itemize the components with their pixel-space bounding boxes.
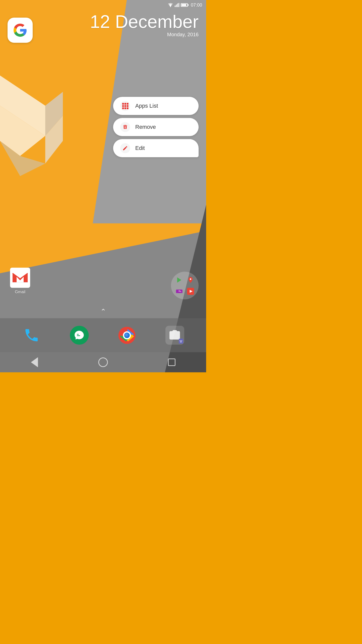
nav-bar bbox=[0, 352, 206, 372]
chevron-up-icon: ⌃ bbox=[100, 307, 106, 316]
svg-point-16 bbox=[180, 291, 180, 291]
date-day: 12 December bbox=[90, 13, 199, 31]
camera-dock-icon[interactable] bbox=[165, 325, 185, 345]
svg-rect-30 bbox=[181, 340, 182, 341]
apps-list-label: Apps List bbox=[135, 103, 158, 109]
google-g-icon bbox=[13, 23, 27, 37]
camera-icon-wrap bbox=[165, 326, 184, 345]
svg-rect-9 bbox=[176, 5, 177, 7]
hangouts-bubble-icon bbox=[74, 330, 85, 341]
date-area: 12 December Monday, 2016 bbox=[90, 13, 199, 37]
svg-point-27 bbox=[124, 333, 130, 338]
hangouts-icon bbox=[70, 326, 89, 345]
folder-app-play bbox=[174, 275, 184, 285]
edit-icon bbox=[122, 145, 128, 151]
svg-rect-10 bbox=[177, 4, 178, 7]
svg-point-7 bbox=[170, 6, 171, 7]
nav-home-button[interactable] bbox=[96, 355, 111, 370]
svg-rect-33 bbox=[180, 341, 181, 342]
svg-rect-20 bbox=[77, 334, 79, 335]
phone-dock-icon[interactable] bbox=[21, 325, 41, 345]
context-menu-edit[interactable]: Edit bbox=[113, 139, 199, 157]
remove-label: Remove bbox=[135, 124, 156, 130]
svg-rect-32 bbox=[180, 341, 180, 342]
nav-recents-button[interactable] bbox=[164, 355, 179, 370]
svg-rect-21 bbox=[77, 335, 80, 336]
phone-icon bbox=[23, 327, 40, 343]
grid-icon bbox=[122, 103, 128, 109]
home-icon bbox=[98, 357, 108, 367]
hangouts-dock-icon[interactable] bbox=[69, 325, 89, 345]
remove-icon-wrap bbox=[120, 122, 130, 132]
nav-back-button[interactable] bbox=[27, 355, 42, 370]
svg-rect-29 bbox=[180, 340, 181, 341]
status-time: 07:00 bbox=[191, 3, 202, 8]
back-icon bbox=[31, 357, 38, 367]
drawer-handle[interactable]: ⌃ bbox=[100, 307, 106, 316]
date-weekday: Monday, 2016 bbox=[90, 32, 199, 37]
signal-icon bbox=[175, 3, 179, 7]
app-folder[interactable] bbox=[171, 272, 199, 299]
svg-rect-8 bbox=[175, 6, 175, 7]
apps-list-icon-wrap bbox=[120, 101, 130, 111]
svg-marker-14 bbox=[177, 277, 181, 283]
svg-rect-28 bbox=[179, 340, 180, 341]
trash-icon bbox=[122, 124, 128, 130]
svg-rect-34 bbox=[181, 341, 182, 342]
edit-icon-wrap bbox=[120, 143, 130, 153]
battery-icon bbox=[181, 3, 188, 7]
gmail-label: Gmail bbox=[15, 290, 25, 294]
folder-app-gamepad bbox=[174, 286, 184, 296]
svg-rect-31 bbox=[182, 340, 182, 341]
google-search-button[interactable] bbox=[8, 18, 33, 43]
wifi-icon bbox=[168, 3, 173, 7]
chrome-dock-icon[interactable] bbox=[117, 325, 137, 345]
gmail-app-icon[interactable]: Gmail bbox=[10, 268, 30, 294]
folder-app-maps bbox=[185, 275, 196, 285]
recents-icon bbox=[168, 358, 175, 366]
context-menu-apps-list[interactable]: Apps List bbox=[113, 97, 199, 115]
gmail-icon-svg bbox=[10, 268, 30, 288]
status-icons: 07:00 bbox=[168, 3, 202, 8]
dock bbox=[0, 318, 206, 352]
context-menu-remove[interactable]: Remove bbox=[113, 118, 199, 136]
svg-rect-11 bbox=[178, 3, 179, 7]
edit-label: Edit bbox=[135, 145, 145, 151]
svg-rect-35 bbox=[180, 342, 182, 342]
svg-point-17 bbox=[180, 291, 181, 292]
status-bar: 07:00 bbox=[0, 0, 206, 10]
folder-app-youtube bbox=[185, 286, 196, 296]
svg-point-15 bbox=[190, 278, 191, 280]
chrome-icon bbox=[118, 327, 135, 344]
context-menu: Apps List Remove Edit bbox=[113, 97, 199, 157]
material-logo bbox=[0, 55, 106, 186]
